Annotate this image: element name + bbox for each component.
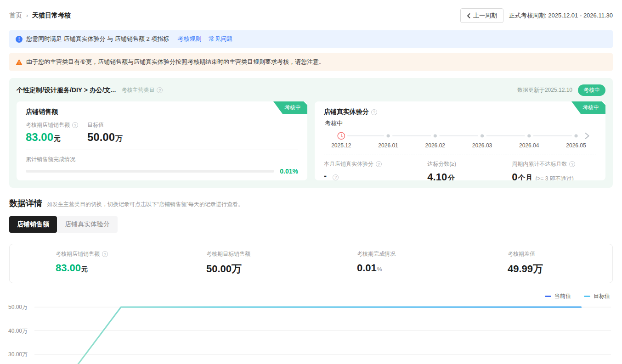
stat-value: 50.00万 [206, 262, 265, 276]
stat-unit: 元 [81, 265, 88, 273]
experience-timeline-svg [324, 131, 596, 141]
timeline-month: 2025.12 [331, 142, 351, 149]
fail-months-number: 0 [512, 171, 517, 180]
sales-card: 考核中 店铺销售额 考核期店铺销售额 ? 目标值 83.00元 50.00万 累… [17, 101, 307, 180]
status-badge: 考核中 [578, 84, 605, 96]
metric-cards: 考核中 店铺销售额 考核期店铺销售额 ? 目标值 83.00元 50.00万 累… [17, 101, 605, 180]
legend-dash-icon [584, 296, 590, 297]
breadcrumb-separator-icon: › [26, 12, 28, 19]
target-value-label: 目标值 [87, 121, 104, 129]
main-category-label-text: 考核主营类目 [121, 86, 154, 94]
breadcrumb-home-link[interactable]: 首页 [9, 11, 22, 20]
fail-months-unit: 个月 [518, 174, 532, 180]
assessment-panel: 个性定制/设计服务/DIY > 办公/文... 考核主营类目 ? 数据更新于20… [9, 78, 613, 188]
faq-link[interactable]: 常见问题 [209, 35, 232, 43]
stat-label-text: 考核期差值 [508, 250, 535, 258]
tab-sales[interactable]: 店铺销售额 [9, 216, 57, 233]
help-icon[interactable]: ? [72, 122, 78, 128]
detail-tabs: 店铺销售额店铺真实体验分 [9, 216, 613, 233]
info-banner: ! 您需同时满足 店铺真实体验分 与 店铺销售额 2 项指标 考核规则 常见问题 [9, 30, 613, 48]
timeline-dot [434, 134, 437, 138]
timeline-month: 2026.04 [519, 142, 539, 149]
y-axis-tick: 50.00万 [8, 303, 28, 311]
page-title: 天猫日常考核 [32, 11, 71, 20]
clock-hands-icon [341, 134, 343, 137]
stat-inner: 考核期目标销售额50.00万 [206, 250, 265, 276]
warning-banner-text: 由于您的主营类目有变更，店铺销售额与店铺真实体验分按照考核期结束时的主营类目规则… [26, 58, 325, 66]
main-category-label: 考核主营类目 ? [121, 86, 163, 94]
stat-label: 考核期店铺销售额? [56, 250, 114, 258]
dashed-divider [324, 155, 596, 155]
timeline-dot [527, 134, 531, 138]
current-sales-label-text: 考核期店铺销售额 [26, 121, 70, 129]
prev-period-button[interactable]: 上一周期 [460, 8, 503, 23]
legend-dash-icon [545, 296, 551, 297]
main-category: 个性定制/设计服务/DIY > 办公/文... 考核主营类目 ? [17, 86, 163, 95]
chart-svg [0, 300, 622, 364]
timeline-dot [386, 134, 390, 138]
series-line-目标值 [32, 307, 581, 364]
card-divider [26, 150, 298, 150]
sales-card-title: 店铺销售额 [26, 108, 298, 116]
target-sales-unit: 万 [115, 134, 123, 142]
stat-label: 考核期差值 [508, 250, 566, 258]
assessment-period-text: 正式考核周期: 2025.12.01 - 2026.11.30 [509, 11, 613, 20]
data-updated-text: 数据更新于2025.12.10 [517, 86, 572, 94]
experience-metrics: 本月店铺真实体验分 ? - ? 达标分数(≥) 4.10分 [324, 159, 596, 180]
stat-col-1: 考核期店铺销售额?83.00元 [10, 250, 160, 276]
legend-item-1[interactable]: 当前值 [545, 292, 571, 300]
experience-card-title-text: 店铺真实体验分 [324, 108, 369, 116]
fail-months-value: 0个月(>= 3 即不通过) [512, 171, 596, 180]
info-banner-text: 您需同时满足 店铺真实体验分 与 店铺销售额 2 项指标 [26, 35, 169, 43]
timeline-month: 2026.03 [472, 142, 492, 149]
pass-score-value: 4.10分 [427, 171, 512, 180]
stat-inner: 考核期完成情况0.01% [357, 250, 416, 276]
timeline-dot [574, 134, 577, 138]
experience-status-text: 考核中 [325, 119, 596, 128]
experience-timeline: 2025.122026.012026.022026.032026.042026.… [324, 131, 596, 150]
stat-unit: % [377, 266, 382, 273]
help-icon[interactable]: ? [157, 87, 163, 93]
warning-banner: 由于您的主营类目有变更，店铺销售额与店铺真实体验分按照考核期结束时的主营类目规则… [9, 53, 613, 71]
pass-score-unit: 分 [447, 174, 455, 180]
details-header: 数据详情 如发生主营类目的切换，切换记录可点击以下“店铺销售额”每天的记录进行查… [9, 198, 613, 209]
chevron-left-icon [467, 13, 470, 18]
pass-score-number: 4.10 [427, 171, 447, 180]
progress-label: 累计销售额完成情况 [26, 156, 75, 163]
progress-row: 0.01% [26, 168, 298, 175]
monthly-score-label-text: 本月店铺真实体验分 [324, 160, 373, 168]
stat-col-2: 考核期目标销售额50.00万 [160, 250, 311, 276]
prev-period-label: 上一周期 [473, 11, 497, 20]
fail-months-label-text: 周期内累计不达标月数 [512, 160, 567, 168]
help-icon[interactable]: ? [371, 109, 377, 115]
help-icon[interactable]: ? [569, 161, 575, 167]
help-icon[interactable]: ? [333, 174, 339, 180]
info-icon: ! [16, 36, 23, 43]
fail-months-label: 周期内累计不达标月数 ? [512, 160, 575, 168]
stat-number: 0.01 [357, 262, 377, 274]
topbar-actions: 上一周期 正式考核周期: 2025.12.01 - 2026.11.30 [460, 8, 613, 23]
stat-number: 50.00万 [206, 263, 242, 274]
tab-experience[interactable]: 店铺真实体验分 [57, 216, 118, 233]
stat-number: 49.99万 [508, 263, 543, 274]
help-icon[interactable]: ? [102, 251, 108, 257]
assessment-rules-link[interactable]: 考核规则 [177, 35, 201, 43]
target-sales-number: 50.00 [87, 131, 115, 143]
help-icon[interactable]: ? [376, 161, 382, 167]
timeline-month: 2026.05 [566, 142, 586, 149]
experience-card: 考核中 店铺真实体验分 ? 考核中 2025.122026.012026.022… [315, 101, 605, 180]
sales-labels-row: 考核期店铺销售额 ? 目标值 [26, 121, 298, 129]
experience-card-title: 店铺真实体验分 ? [324, 108, 596, 116]
legend-label: 目标值 [594, 292, 610, 300]
details-subtitle: 如发生主营类目的切换，切换记录可点击以下“店铺销售额”每天的记录进行查看。 [47, 201, 243, 208]
main-category-text: 个性定制/设计服务/DIY > 办公/文... [17, 86, 116, 95]
panel-header-right: 数据更新于2025.12.10 考核中 [517, 84, 605, 96]
legend-item-2[interactable]: 目标值 [584, 292, 610, 300]
current-sales-unit: 元 [54, 134, 61, 142]
stat-value: 83.00元 [56, 262, 114, 274]
stat-label-text: 考核期目标销售额 [206, 250, 250, 258]
stat-col-3: 考核期完成情况0.01% [311, 250, 462, 276]
stats-row: 考核期店铺销售额?83.00元考核期目标销售额50.00万考核期完成情况0.01… [9, 244, 613, 283]
chart-legend: 当前值目标值 [12, 292, 610, 300]
chevron-right-icon[interactable] [585, 133, 588, 139]
